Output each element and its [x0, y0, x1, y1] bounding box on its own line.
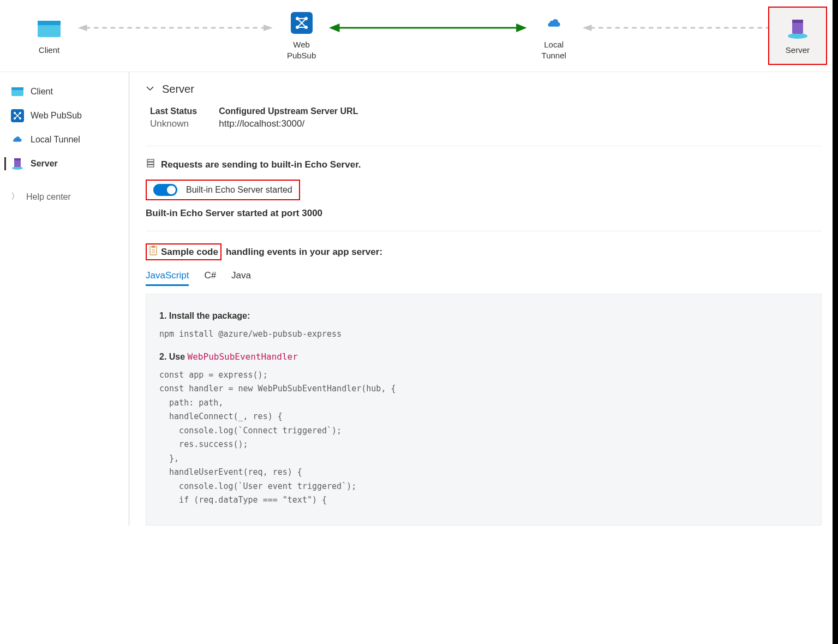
top-node-client-label: Client	[39, 45, 59, 56]
sidebar-item-webpubsub[interactable]: Web PubSub	[0, 104, 129, 128]
echo-server-toggle[interactable]	[153, 184, 177, 196]
echo-notice: Requests are sending to built-in Echo Se…	[146, 158, 822, 171]
sidebar-item-label: Help center	[26, 192, 71, 202]
section-header[interactable]: Server	[146, 76, 822, 102]
svg-rect-31	[147, 165, 154, 167]
sidebar-item-label: Web PubSub	[31, 111, 82, 121]
sidebar-item-server[interactable]: Server	[0, 152, 129, 176]
clipboard-icon	[149, 246, 158, 258]
svg-rect-33	[152, 246, 155, 248]
svg-rect-20	[11, 87, 23, 90]
code-panel: 1. Install the package: npm install @azu…	[146, 294, 822, 526]
sidebar-item-localtunnel[interactable]: Local Tunnel	[0, 128, 129, 152]
top-node-localtunnel[interactable]: Local Tunnel	[526, 11, 581, 61]
svg-marker-3	[78, 25, 87, 31]
status-last-label: Last Status	[150, 106, 197, 116]
top-node-client[interactable]: Client	[22, 16, 76, 56]
divider	[146, 146, 822, 146]
svg-rect-28	[14, 158, 21, 160]
sidebar-item-label: Client	[31, 87, 53, 97]
echo-notice-text: Requests are sending to built-in Echo Se…	[161, 159, 361, 170]
echo-toggle-row: Built-in Echo Server started	[146, 180, 300, 200]
svg-point-16	[788, 33, 807, 39]
main-panel: Server Last Status Unknown Configured Up…	[129, 72, 838, 526]
sidebar-item-client[interactable]: Client	[0, 80, 129, 104]
sidebar: Client Web PubSub Local Tunnel Server 〉 …	[0, 72, 129, 526]
svg-rect-29	[147, 159, 154, 162]
divider	[146, 231, 822, 231]
server-icon	[11, 157, 24, 170]
status-last-value: Unknown	[150, 118, 197, 129]
client-browser-icon	[37, 16, 61, 40]
tab-javascript[interactable]: JavaScript	[146, 267, 189, 286]
web-pubsub-icon	[290, 11, 314, 35]
top-node-server[interactable]: Server	[768, 7, 827, 65]
server-icon	[786, 16, 810, 40]
svg-marker-12	[516, 23, 527, 32]
chevron-right-icon: 〉	[11, 191, 20, 202]
right-black-bar	[833, 0, 838, 526]
tab-csharp[interactable]: C#	[204, 267, 216, 286]
echo-toggle-label: Built-in Echo Server started	[186, 185, 292, 195]
arrow-pubsub-tunnel	[329, 22, 527, 33]
step2-prefix: 2. Use	[159, 352, 185, 361]
svg-marker-4	[264, 25, 273, 31]
sample-code-rest: handling events in your app server:	[226, 247, 382, 258]
status-last: Last Status Unknown	[150, 106, 197, 129]
arrow-tunnel-server	[581, 22, 779, 33]
install-command: npm install @azure/web-pubsub-express	[159, 327, 808, 342]
svg-rect-1	[38, 21, 61, 25]
code-block: const app = express(); const handler = n…	[159, 368, 808, 508]
top-node-webpubsub-label: Web PubSub	[287, 39, 316, 61]
step2-class: WebPubSubEventHandler	[188, 351, 298, 362]
cloud-icon	[11, 133, 24, 146]
sample-code-boxed-text: Sample code	[161, 247, 218, 258]
echo-port-line: Built-in Echo Server started at port 300…	[146, 208, 822, 219]
sample-code-heading: Sample code handling events in your app …	[146, 243, 822, 260]
sidebar-item-label: Local Tunnel	[31, 135, 80, 145]
content-wrapper: Client Web PubSub Local Tunnel Server 〉 …	[0, 72, 838, 526]
topbar: Client Web PubSub Local T	[0, 0, 838, 72]
status-upstream: Configured Upstream Server URL http://lo…	[219, 106, 358, 129]
chevron-down-icon	[146, 84, 154, 95]
section-title: Server	[162, 83, 194, 96]
arrow-client-pubsub	[76, 22, 274, 33]
top-node-webpubsub[interactable]: Web PubSub	[274, 11, 329, 61]
code-tabs: JavaScript C# Java	[146, 267, 822, 286]
svg-rect-18	[792, 20, 803, 23]
status-upstream-value: http://localhost:3000/	[219, 118, 358, 129]
status-row: Last Status Unknown Configured Upstream …	[150, 106, 822, 129]
step1-heading: 1. Install the package:	[159, 308, 808, 323]
step2-heading: 2. Use WebPubSubEventHandler	[159, 349, 808, 364]
sidebar-item-help[interactable]: 〉 Help center	[0, 186, 129, 208]
top-node-server-label: Server	[786, 45, 810, 56]
server-rack-icon	[146, 158, 155, 171]
svg-marker-14	[583, 25, 592, 31]
tab-java[interactable]: Java	[231, 267, 251, 286]
svg-rect-30	[147, 162, 154, 164]
status-upstream-label: Configured Upstream Server URL	[219, 106, 358, 116]
cloud-icon	[542, 11, 566, 35]
sidebar-item-label: Server	[31, 159, 58, 169]
client-browser-icon	[11, 85, 24, 98]
top-node-localtunnel-label: Local Tunnel	[542, 39, 566, 61]
web-pubsub-icon	[11, 109, 24, 122]
svg-marker-11	[329, 23, 340, 32]
